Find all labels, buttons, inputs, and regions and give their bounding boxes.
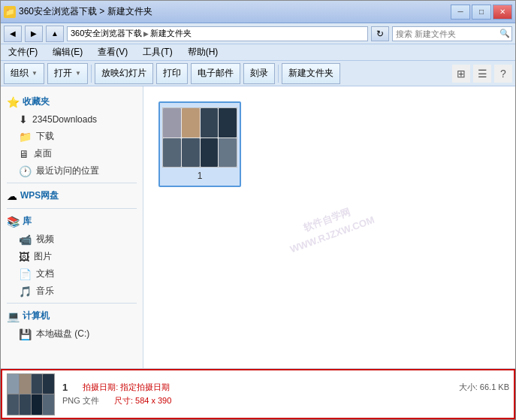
- file-scroll[interactable]: 软件自学网 WWW.RJZXW.COM: [143, 86, 515, 368]
- menu-tools[interactable]: 工具(T): [138, 44, 177, 60]
- status-filename: 1: [62, 382, 68, 393]
- maximize-button[interactable]: □: [472, 5, 491, 20]
- sidebar-item-2345downloads[interactable]: ⬇ 2345Downloads: [1, 111, 143, 128]
- toolbar-right: ⊞ ☰ ?: [452, 65, 512, 83]
- menu-view[interactable]: 查看(V): [93, 44, 132, 60]
- status-line-1: 1 拍摄日期: 指定拍摄日期 大小: 66.1 KB: [62, 382, 509, 393]
- sidebar-wps-header[interactable]: ☁ WPS网盘: [1, 186, 143, 205]
- title-controls: ─ □ ✕: [451, 5, 512, 20]
- view-large-icon-button[interactable]: ⊞: [452, 65, 470, 83]
- help-button[interactable]: ?: [494, 65, 512, 83]
- title-bar-left: 📁 360安全浏览器下载 > 新建文件夹: [4, 5, 451, 18]
- organize-button[interactable]: 组织 ▼: [4, 63, 44, 84]
- toolbar-divider-2: [278, 65, 279, 83]
- status-size: 大小: 66.1 KB: [459, 382, 509, 393]
- status-info: 1 拍摄日期: 指定拍摄日期 大小: 66.1 KB PNG 文件 尺寸: 58…: [62, 382, 509, 406]
- sidebar-item-recent[interactable]: 🕐 最近访问的位置: [1, 162, 143, 180]
- window: 📁 360安全浏览器下载 > 新建文件夹 ─ □ ✕ ◀ ▶ ▲ 360安全浏览…: [0, 0, 516, 420]
- address-bar: ◀ ▶ ▲ 360安全浏览器下载 ▶ 新建文件夹 ↻ 🔍: [1, 23, 515, 44]
- status-thumbnail: [7, 373, 55, 415]
- status-date: 拍摄日期: 指定拍摄日期: [83, 382, 170, 393]
- sidebar-computer-header[interactable]: 💻 计算机: [1, 307, 143, 325]
- status-line-2: PNG 文件 尺寸: 584 x 390: [62, 395, 509, 406]
- library-icon: 📚: [7, 216, 20, 228]
- search-input[interactable]: [396, 29, 499, 38]
- address-path[interactable]: 360安全浏览器下载 ▶ 新建文件夹: [67, 26, 368, 41]
- toolbar-divider-1: [91, 65, 92, 83]
- sidebar-section-library: 📚 库 📹 视频 🖼 图片 📄 文档 🎵 音乐: [1, 212, 143, 300]
- close-button[interactable]: ✕: [493, 5, 512, 20]
- menu-file[interactable]: 文件(F): [4, 44, 42, 60]
- sidebar-item-music[interactable]: 🎵 音乐: [1, 283, 143, 300]
- sidebar-divider-2: [7, 208, 137, 209]
- sidebar-section-computer: 💻 计算机 💾 本地磁盘 (C:): [1, 307, 143, 343]
- pictures-icon: 🖼: [19, 251, 29, 263]
- recent-icon: 🕐: [19, 165, 32, 177]
- refresh-button[interactable]: ↻: [371, 26, 389, 41]
- new-folder-button[interactable]: 新建文件夹: [282, 63, 340, 84]
- disk-icon: 💾: [19, 328, 32, 340]
- favorites-star-icon: ⭐: [7, 96, 20, 108]
- sidebar-divider-1: [7, 183, 137, 183]
- organize-arrow-icon: ▼: [32, 70, 38, 77]
- view-detail-button[interactable]: ☰: [473, 65, 491, 83]
- main-content: ⭐ 收藏夹 ⬇ 2345Downloads 📁 下载 🖥 桌面 🕐 最: [1, 86, 515, 368]
- file-thumbnail-1: [162, 107, 237, 168]
- window-title: 360安全浏览器下载 > 新建文件夹: [19, 5, 152, 18]
- folder-icon: 📁: [4, 6, 16, 18]
- title-bar: 📁 360安全浏览器下载 > 新建文件夹 ─ □ ✕: [1, 1, 515, 23]
- music-icon: 🎵: [19, 286, 32, 298]
- search-icon: 🔍: [499, 29, 510, 38]
- file-area: 软件自学网 WWW.RJZXW.COM: [143, 86, 515, 368]
- forward-button[interactable]: ▶: [25, 26, 43, 42]
- sidebar-section-favorites: ⭐ 收藏夹 ⬇ 2345Downloads 📁 下载 🖥 桌面 🕐 最: [1, 92, 143, 180]
- menu-bar: 文件(F) 编辑(E) 查看(V) 工具(T) 帮助(H): [1, 44, 515, 61]
- status-filetype: PNG 文件: [62, 395, 99, 406]
- up-button[interactable]: ▲: [46, 26, 64, 42]
- open-arrow-icon: ▼: [75, 70, 81, 77]
- file-item-1[interactable]: 1: [158, 101, 241, 187]
- email-button[interactable]: 电子邮件: [191, 63, 240, 84]
- sidebar-item-documents[interactable]: 📄 文档: [1, 265, 143, 283]
- sidebar-item-videos[interactable]: 📹 视频: [1, 231, 143, 248]
- path-segment-1: 360安全浏览器下载: [71, 28, 142, 39]
- file-name-1: 1: [198, 171, 203, 181]
- sidebar-item-local-disk[interactable]: 💾 本地磁盘 (C:): [1, 325, 143, 343]
- menu-edit[interactable]: 编辑(E): [48, 44, 87, 60]
- folder-download-icon: 📁: [19, 131, 32, 143]
- sidebar-item-downloads[interactable]: 📁 下载: [1, 128, 143, 145]
- back-button[interactable]: ◀: [4, 26, 22, 42]
- watermark: 软件自学网 WWW.RJZXW.COM: [282, 198, 377, 258]
- path-segment-2: 新建文件夹: [150, 28, 192, 39]
- sidebar-library-header[interactable]: 📚 库: [1, 212, 143, 231]
- status-dimensions: 尺寸: 584 x 390: [114, 395, 171, 406]
- file-grid: 1: [151, 94, 508, 195]
- computer-icon: 💻: [7, 310, 20, 322]
- minimize-button[interactable]: ─: [451, 5, 470, 20]
- sidebar-item-pictures[interactable]: 🖼 图片: [1, 248, 143, 265]
- path-arrow: ▶: [143, 30, 149, 38]
- desktop-icon: 🖥: [19, 148, 29, 160]
- search-box: 🔍: [392, 26, 512, 41]
- downloads-icon: ⬇: [19, 113, 28, 125]
- open-button[interactable]: 打开 ▼: [47, 63, 88, 84]
- documents-icon: 📄: [19, 268, 32, 280]
- wps-icon: ☁: [7, 190, 17, 202]
- video-icon: 📹: [19, 234, 32, 246]
- menu-help[interactable]: 帮助(H): [183, 44, 223, 60]
- sidebar-section-wps: ☁ WPS网盘: [1, 186, 143, 205]
- status-bar: 1 拍摄日期: 指定拍摄日期 大小: 66.1 KB PNG 文件 尺寸: 58…: [1, 368, 515, 419]
- sidebar-favorites-header[interactable]: ⭐ 收藏夹: [1, 92, 143, 111]
- sidebar-item-desktop[interactable]: 🖥 桌面: [1, 145, 143, 162]
- slideshow-button[interactable]: 放映幻灯片: [95, 63, 153, 84]
- sidebar-divider-3: [7, 303, 137, 304]
- burn-button[interactable]: 刻录: [243, 63, 275, 84]
- sidebar: ⭐ 收藏夹 ⬇ 2345Downloads 📁 下载 🖥 桌面 🕐 最: [1, 86, 143, 368]
- print-button[interactable]: 打印: [156, 63, 188, 84]
- toolbar: 组织 ▼ 打开 ▼ 放映幻灯片 打印 电子邮件 刻录 新建文件夹 ⊞ ☰ ?: [1, 61, 515, 86]
